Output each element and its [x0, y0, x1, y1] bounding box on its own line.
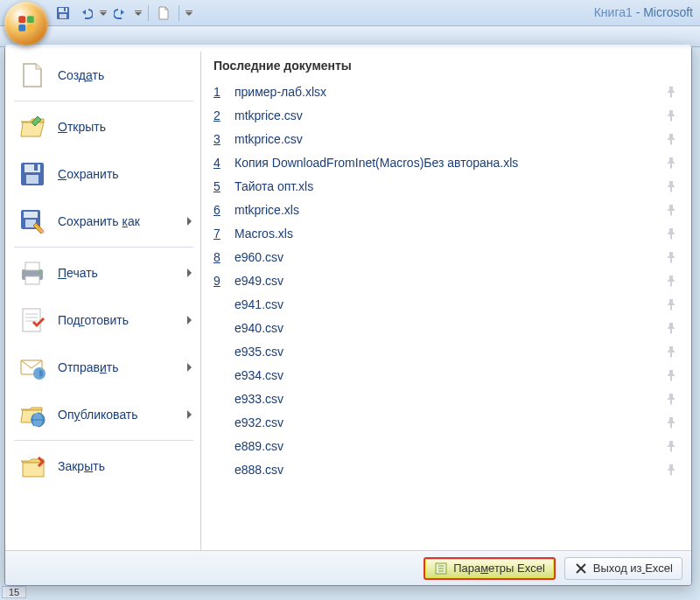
menu-send[interactable]: Отправить	[10, 344, 197, 391]
publish-icon	[18, 400, 47, 429]
qat-undo-dropdown[interactable]	[98, 3, 108, 23]
svg-rect-18	[25, 276, 39, 284]
recent-document-name: mtkprice.csv	[234, 108, 303, 122]
menu-publish[interactable]: Опубликовать	[10, 391, 197, 438]
menu-create[interactable]: Создать	[10, 52, 197, 99]
qat-save-button[interactable]	[52, 3, 74, 23]
recent-document-item[interactable]: e935.csv	[214, 339, 681, 363]
pin-icon[interactable]	[665, 464, 677, 476]
menu-prepare-label: Подготовить	[58, 313, 129, 327]
recent-document-number: 5	[214, 179, 226, 193]
menu-close-label: Закрыть	[58, 459, 105, 473]
recent-document-name: Macros.xls	[234, 227, 293, 241]
recent-document-name: e888.csv	[234, 463, 284, 477]
recent-document-name: e960.csv	[234, 250, 284, 264]
svg-rect-5	[18, 16, 25, 23]
menu-open[interactable]: Открыть	[10, 103, 197, 150]
document-name: Книга1	[594, 5, 633, 19]
pin-icon[interactable]	[665, 369, 677, 381]
recent-document-item[interactable]: 2mtkprice.csv	[214, 103, 681, 127]
recent-document-item[interactable]: e933.csv	[214, 387, 681, 410]
recent-document-name: e934.csv	[234, 368, 284, 382]
recent-documents-header: Последние документы	[214, 59, 681, 73]
menu-saveas[interactable]: Сохранить как	[10, 198, 197, 245]
recent-document-item[interactable]: e889.csv	[214, 434, 681, 457]
prepare-icon	[18, 305, 47, 335]
menu-footer: Параметры Excel Выход из Excel	[5, 550, 691, 585]
svg-rect-11	[26, 175, 38, 184]
qat-redo-button[interactable]	[110, 3, 131, 23]
recent-document-item[interactable]: 7Macros.xls	[214, 221, 681, 245]
recent-document-number: 4	[214, 156, 226, 170]
recent-document-item[interactable]: e932.csv	[214, 410, 681, 434]
options-icon	[434, 562, 448, 576]
recent-document-number: 1	[214, 85, 226, 99]
recent-document-item[interactable]: e941.csv	[214, 292, 681, 316]
pin-icon[interactable]	[665, 180, 677, 192]
open-icon	[18, 112, 47, 142]
close-icon	[18, 451, 47, 481]
pin-icon[interactable]	[665, 204, 677, 216]
svg-rect-17	[25, 262, 39, 270]
window-title: Книга1 - Microsoft	[594, 5, 693, 19]
menu-close[interactable]: Закрыть	[10, 443, 197, 490]
svg-rect-20	[23, 309, 40, 331]
recent-document-name: e932.csv	[234, 415, 284, 429]
recent-document-number: 7	[214, 227, 226, 241]
submenu-arrow-icon	[187, 363, 192, 372]
pin-icon[interactable]	[665, 227, 677, 240]
recent-document-item[interactable]: e888.csv	[214, 457, 681, 481]
recent-document-name: mtkprice.xls	[234, 203, 299, 217]
qat-separator	[148, 5, 149, 21]
exit-excel-label: Выход из Excel	[593, 562, 673, 575]
create-icon	[18, 60, 47, 90]
recent-document-item[interactable]: e934.csv	[214, 363, 681, 387]
recent-document-number: 8	[214, 250, 226, 264]
recent-document-number: 6	[214, 203, 226, 217]
recent-document-item[interactable]: 4Копия DownloadFromInet(Macros)Без автор…	[214, 150, 681, 174]
menu-divider	[14, 247, 193, 248]
pin-icon[interactable]	[665, 322, 677, 334]
pin-icon[interactable]	[665, 275, 677, 287]
exit-excel-button[interactable]: Выход из Excel	[564, 557, 682, 580]
recent-document-item[interactable]: e940.csv	[214, 316, 681, 339]
recent-document-item[interactable]: 8e960.csv	[214, 245, 681, 269]
menu-print-label: Печать	[58, 266, 98, 280]
pin-icon[interactable]	[665, 416, 677, 429]
recent-document-item[interactable]: 3mtkprice.csv	[214, 127, 681, 150]
pin-icon[interactable]	[665, 393, 677, 405]
pin-icon[interactable]	[665, 440, 677, 452]
recent-document-name: Тайота опт.xls	[234, 179, 313, 193]
menu-print[interactable]: Печать	[10, 249, 197, 297]
recent-document-item[interactable]: 6mtkprice.xls	[214, 198, 681, 221]
pin-icon[interactable]	[665, 345, 677, 358]
pin-icon[interactable]	[665, 133, 677, 145]
recent-document-number: 3	[214, 132, 226, 146]
pin-icon[interactable]	[665, 298, 677, 310]
recent-document-number: 9	[214, 274, 226, 288]
recent-document-name: e949.csv	[234, 274, 284, 288]
pin-icon[interactable]	[665, 157, 677, 169]
recent-document-item[interactable]: 1пример-лаб.xlsx	[214, 80, 681, 103]
submenu-arrow-icon	[187, 316, 192, 324]
recent-documents-list: 1пример-лаб.xlsx2mtkprice.csv3mtkprice.c…	[214, 80, 681, 547]
office-button[interactable]	[4, 2, 48, 45]
qat-redo-dropdown[interactable]	[133, 3, 144, 23]
recent-document-name: Копия DownloadFromInet(Macros)Без автора…	[234, 156, 518, 170]
menu-publish-label: Опубликовать	[58, 408, 138, 422]
recent-document-item[interactable]: 5Тайота опт.xls	[214, 174, 681, 198]
pin-icon[interactable]	[665, 86, 677, 98]
pin-icon[interactable]	[665, 109, 677, 122]
saveas-icon	[18, 206, 47, 236]
row-header[interactable]: 15	[2, 586, 26, 598]
excel-options-button[interactable]: Параметры Excel	[424, 557, 556, 580]
title-bar: Книга1 - Microsoft	[0, 0, 700, 26]
menu-prepare[interactable]: Подготовить	[10, 297, 197, 344]
recent-document-name: e889.csv	[234, 439, 284, 453]
menu-save[interactable]: Сохранить	[10, 150, 197, 198]
qat-new-button[interactable]	[153, 3, 174, 23]
pin-icon[interactable]	[665, 251, 677, 263]
qat-undo-button[interactable]	[75, 3, 96, 23]
recent-document-item[interactable]: 9e949.csv	[214, 269, 681, 292]
qat-customize-dropdown[interactable]	[184, 3, 194, 23]
